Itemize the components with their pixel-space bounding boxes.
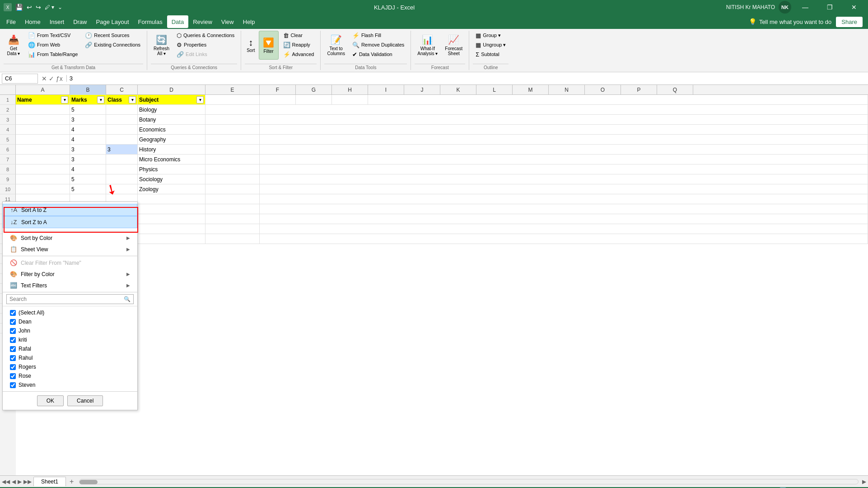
row-num-6[interactable]: 6 (0, 145, 16, 155)
menu-help[interactable]: Help (238, 15, 260, 28)
cell-f10[interactable] (260, 184, 868, 194)
clear-button[interactable]: 🗑 Clear (280, 31, 317, 40)
horizontal-scrollbar[interactable] (79, 479, 859, 485)
cell-e8[interactable] (205, 164, 260, 174)
col-header-q[interactable]: Q (657, 85, 693, 95)
filter-search-box[interactable]: 🔍 (6, 294, 134, 304)
from-table-button[interactable]: 📊 From Table/Range (25, 50, 80, 59)
cell-d11[interactable] (138, 194, 205, 204)
cell-f8[interactable] (260, 164, 868, 174)
cell-e15[interactable] (205, 234, 260, 244)
row-num-4[interactable]: 4 (0, 125, 16, 135)
cell-c7[interactable] (106, 155, 138, 164)
filter-button[interactable]: 🔽 Filter (259, 31, 279, 60)
cell-d15[interactable] (138, 234, 205, 244)
sort-by-color-item[interactable]: 🎨 Sort by Color ▶ (3, 232, 137, 244)
scroll-right-arrow[interactable]: ▶ (860, 479, 868, 485)
quick-access-more[interactable]: 🖊 ▾ (45, 4, 54, 10)
edit-links-button[interactable]: 🔗 Edit Links (174, 50, 237, 59)
menu-insert[interactable]: Insert (45, 15, 69, 28)
subtotal-button[interactable]: Σ Subtotal (473, 50, 509, 59)
tell-me-search[interactable]: 💡 Tell me what you want to do (744, 16, 836, 27)
data-validation-button[interactable]: ✔ Data Validation (350, 50, 407, 59)
cell-f9[interactable] (260, 174, 868, 184)
sort-z-to-a-item[interactable]: ↓Z Sort Z to A (3, 216, 137, 228)
cell-e1[interactable] (205, 95, 260, 105)
cell-d2[interactable]: Biology (138, 105, 205, 115)
cell-d5[interactable]: Geography (138, 135, 205, 145)
filter-name-dropdown[interactable]: ▾ (61, 96, 68, 103)
quick-access-expand[interactable]: ⌄ (58, 4, 62, 10)
checkbox-rahul[interactable]: Rahul (3, 353, 137, 362)
sheet-last-arrow[interactable]: ▶▶ (23, 479, 32, 485)
ok-button[interactable]: OK (37, 395, 64, 406)
remove-duplicates-button[interactable]: 🔍 Remove Duplicates (350, 40, 407, 49)
cell-f3[interactable] (260, 115, 868, 125)
quick-access-undo[interactable]: ↩ (27, 4, 32, 11)
cell-a7[interactable] (16, 155, 70, 164)
advanced-button[interactable]: ⚡ Advanced (280, 50, 317, 59)
cell-f5[interactable] (260, 135, 868, 145)
from-web-button[interactable]: 🌐 From Web (25, 40, 80, 49)
cell-b7[interactable]: 3 (70, 155, 106, 164)
cell-e11[interactable] (205, 194, 260, 204)
cell-d12[interactable] (138, 204, 205, 214)
minimize-button[interactable]: ― (795, 0, 816, 14)
cell-a2[interactable] (16, 105, 70, 115)
cell-b2[interactable]: 5 (70, 105, 106, 115)
cell-e7[interactable] (205, 155, 260, 164)
checkbox-rafal[interactable]: Rafal (3, 344, 137, 353)
menu-view[interactable]: View (217, 15, 238, 28)
menu-file[interactable]: File (2, 15, 20, 28)
col-header-n[interactable]: N (549, 85, 585, 95)
menu-home[interactable]: Home (20, 15, 45, 28)
cell-c10[interactable] (106, 184, 138, 194)
row-num-7[interactable]: 7 (0, 155, 16, 164)
row-num-10[interactable]: 10 (0, 184, 16, 194)
cell-rest11[interactable] (260, 194, 868, 204)
col-header-p[interactable]: P (621, 85, 657, 95)
queries-connections-button[interactable]: ⬡ Queries & Connections (174, 31, 237, 40)
cell-f7[interactable] (260, 155, 868, 164)
cell-b5[interactable]: 4 (70, 135, 106, 145)
col-header-l[interactable]: L (476, 85, 513, 95)
header-marks-cell[interactable]: Marks ▾ (70, 95, 106, 105)
col-header-i[interactable]: I (368, 85, 404, 95)
cell-f6[interactable] (260, 145, 868, 155)
checkbox-select-all-input[interactable] (10, 310, 16, 316)
close-button[interactable]: ✕ (844, 0, 864, 14)
insert-function-icon[interactable]: ƒx (56, 75, 63, 82)
cell-e6[interactable] (205, 145, 260, 155)
sort-button[interactable]: ↕️ Sort (245, 31, 257, 60)
col-header-a[interactable]: A (16, 85, 70, 95)
checkbox-select-all[interactable]: (Select All) (3, 308, 137, 317)
cell-e4[interactable] (205, 125, 260, 135)
checkbox-rafal-input[interactable] (10, 346, 16, 352)
cell-d7[interactable]: Micro Economics (138, 155, 205, 164)
col-header-d[interactable]: D (138, 85, 205, 95)
checkbox-rahul-input[interactable] (10, 355, 16, 361)
cell-b6[interactable]: 3 (70, 145, 106, 155)
properties-button[interactable]: ⚙ Properties (174, 40, 237, 49)
col-header-j[interactable]: J (404, 85, 440, 95)
cell-d3[interactable]: Botany (138, 115, 205, 125)
col-header-h[interactable]: H (332, 85, 368, 95)
cell-c8[interactable] (106, 164, 138, 174)
reapply-button[interactable]: 🔄 Reapply (280, 40, 317, 49)
menu-draw[interactable]: Draw (69, 15, 91, 28)
cell-d13[interactable] (138, 214, 205, 224)
quick-access-save[interactable]: 💾 (15, 4, 23, 11)
from-text-csv-button[interactable]: 📄 From Text/CSV (25, 31, 80, 40)
add-sheet-button[interactable]: + (66, 478, 77, 486)
row-num-8[interactable]: 8 (0, 164, 16, 174)
cell-d14[interactable] (138, 224, 205, 234)
clear-filter-item[interactable]: 🚫 Clear Filter From "Name" (3, 257, 137, 268)
header-subject-cell[interactable]: Subject ▾ (138, 95, 205, 105)
sheet-first-arrow[interactable]: ◀◀ (2, 479, 10, 485)
col-header-f[interactable]: F (260, 85, 296, 95)
cell-g1[interactable] (296, 95, 332, 105)
cell-f1[interactable] (260, 95, 296, 105)
text-to-columns-button[interactable]: 📝 Text toColumns (324, 31, 347, 60)
cell-e3[interactable] (205, 115, 260, 125)
sheet-view-item[interactable]: 📋 Sheet View ▶ (3, 244, 137, 255)
